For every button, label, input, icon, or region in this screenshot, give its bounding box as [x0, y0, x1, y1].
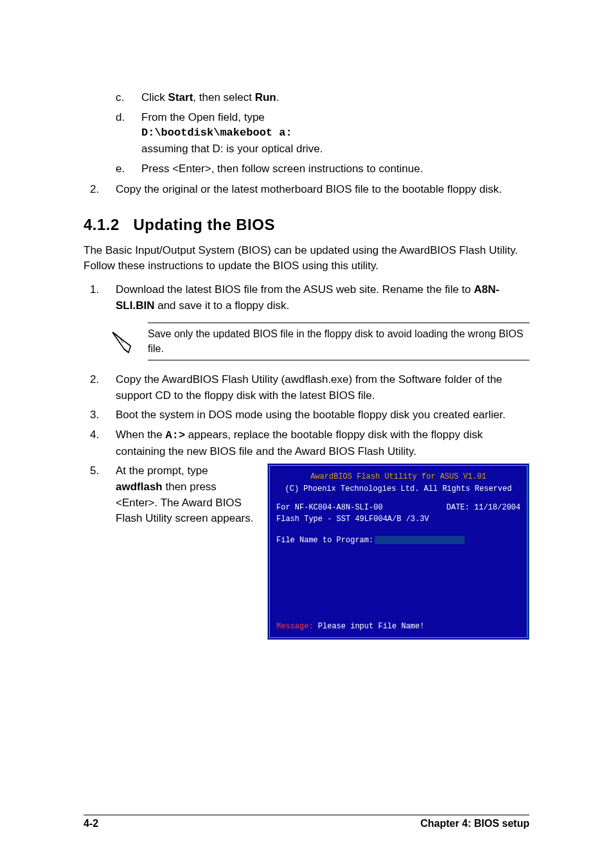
note-box: Save only the updated BIOS file in the f… — [109, 323, 529, 360]
dos-prompt-label: File Name to Program: — [276, 536, 373, 545]
dos-board-id: For NF-KC804-A8N-SLI-00 — [276, 502, 383, 514]
text: Download the latest BIOS file from the A… — [116, 283, 474, 296]
bold-prompt: A:> — [166, 429, 186, 441]
list-marker: 2. — [90, 182, 116, 198]
step-5: 5. At the prompt, type awdflash then pre… — [90, 463, 529, 640]
intro-paragraph: The Basic Input/Output System (BIOS) can… — [84, 243, 529, 274]
list-marker: 1. — [90, 282, 116, 314]
text: At the prompt, type — [116, 465, 208, 477]
section-heading: 4.1.2 Updating the BIOS — [84, 216, 529, 234]
text: assuming that D: is your optical drive. — [141, 141, 529, 157]
list-marker: 3. — [90, 407, 116, 423]
text: Click — [141, 91, 168, 103]
list-marker: 5. — [90, 463, 116, 640]
list-marker: d. — [116, 110, 141, 157]
step-4-body: When the A:> appears, replace the bootab… — [116, 427, 529, 459]
dos-message-label: Message: — [276, 622, 318, 631]
text: . — [276, 91, 280, 103]
text: From the Open field, type — [141, 110, 529, 126]
note-text: Save only the updated BIOS file in the f… — [148, 323, 529, 360]
bold-run: Run — [255, 91, 276, 103]
substep-list: c. Click Start, then select Run. d. From… — [116, 90, 529, 177]
dos-screenshot: AwardBIOS Flash Utility for ASUS V1.01 (… — [267, 463, 529, 640]
code-line: D:\bootdisk\makeboot a: — [141, 125, 529, 141]
step-5-text: At the prompt, type awdflash then press … — [116, 463, 257, 640]
dos-input-box — [375, 536, 465, 544]
page-content: c. Click Start, then select Run. d. From… — [84, 90, 529, 815]
step-1: 1. Download the latest BIOS file from th… — [90, 282, 529, 314]
dos-message-text: Please input File Name! — [318, 622, 425, 631]
dos-date-value: 11/18/2004 — [474, 503, 520, 512]
substep-d-body: From the Open field, type D:\bootdisk\ma… — [141, 110, 529, 157]
dos-flash-type: Flash Type - SST 49LF004A/B /3.3V — [276, 513, 520, 526]
chapter-title: Chapter 4: BIOS setup — [420, 818, 529, 829]
step-2: 2. Copy the AwardBIOS Flash Utility (awd… — [90, 372, 529, 403]
dos-board-line: For NF-KC804-A8N-SLI-00 DATE: 11/18/2004 — [276, 502, 520, 514]
substep-c: c. Click Start, then select Run. — [116, 90, 529, 106]
page-footer: 4-2 Chapter 4: BIOS setup — [84, 815, 529, 829]
page-number: 4-2 — [84, 818, 98, 829]
step-2-body: Copy the AwardBIOS Flash Utility (awdfla… — [116, 372, 529, 403]
dos-date-label: DATE: — [447, 503, 474, 512]
dos-title: AwardBIOS Flash Utility for ASUS V1.01 — [276, 471, 520, 483]
text: , then select — [193, 91, 254, 103]
step-5-body: At the prompt, type awdflash then press … — [116, 463, 529, 640]
dos-message-line: Message: Please input File Name! — [276, 621, 520, 633]
list-marker: c. — [116, 90, 141, 106]
note-pencil-icon — [109, 329, 135, 355]
list-marker: 2. — [90, 372, 116, 403]
substep-d: d. From the Open field, type D:\bootdisk… — [116, 110, 529, 157]
dos-date: DATE: 11/18/2004 — [447, 502, 520, 514]
step-2-top: 2. Copy the original or the latest mothe… — [90, 182, 529, 198]
text: When the — [116, 429, 166, 441]
list-marker: 4. — [90, 427, 116, 459]
substep-e: e. Press <Enter>, then follow screen ins… — [116, 161, 529, 177]
list-marker: e. — [116, 161, 141, 177]
step-3-body: Boot the system in DOS mode using the bo… — [116, 407, 529, 423]
step-3: 3. Boot the system in DOS mode using the… — [90, 407, 529, 423]
substep-e-body: Press <Enter>, then follow screen instru… — [141, 161, 529, 177]
substep-c-body: Click Start, then select Run. — [141, 90, 529, 106]
bold-start: Start — [168, 91, 193, 103]
step-1-body: Download the latest BIOS file from the A… — [116, 282, 529, 314]
dos-file-prompt: File Name to Program: — [276, 535, 520, 547]
step-4: 4. When the A:> appears, replace the boo… — [90, 427, 529, 459]
bold-awdflash: awdflash — [116, 481, 163, 493]
text: and save it to a floppy disk. — [154, 299, 289, 312]
section-number: 4.1.2 — [84, 216, 120, 233]
step-2-top-body: Copy the original or the latest motherbo… — [116, 182, 529, 198]
section-title: Updating the BIOS — [133, 216, 275, 233]
dos-copyright: (C) Phoenix Technologies Ltd. All Rights… — [276, 483, 520, 495]
